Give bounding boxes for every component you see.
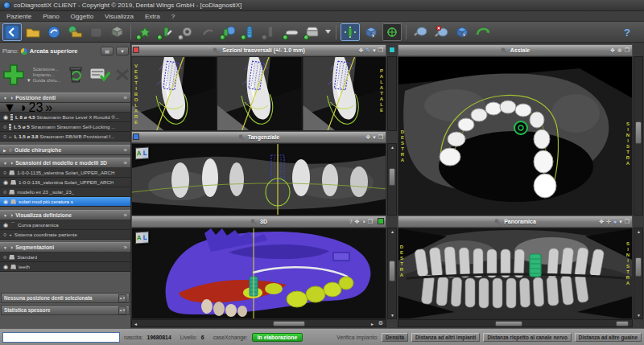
- help-icon[interactable]: ?: [617, 23, 637, 41]
- zoom-icon[interactable]: [411, 23, 430, 41]
- expand-all-icon[interactable]: »: [45, 101, 52, 115]
- scroll-up-arrow[interactable]: ▲: [637, 229, 641, 234]
- plan-implant-edit-icon[interactable]: [156, 23, 175, 41]
- blue-marker-square[interactable]: [133, 133, 139, 140]
- visibility-icon[interactable]: ◑: [10, 160, 13, 166]
- radio-unselected[interactable]: ○: [3, 254, 6, 260]
- scan-row-selected[interactable]: ◉ solari mod più ceratura s: [0, 197, 130, 207]
- radio-unselected[interactable]: ○: [3, 124, 6, 129]
- plan-print-icon[interactable]: [303, 23, 322, 41]
- orientation-cube[interactable]: A L: [135, 146, 149, 159]
- threed-header[interactable]: 3D ? ✥ ◑ ❐: [131, 216, 386, 228]
- cross-slice-1[interactable]: [132, 57, 216, 131]
- scroll-thumb[interactable]: [273, 321, 305, 327]
- maximize-icon[interactable]: ❐: [368, 219, 373, 224]
- cyan-marker-square[interactable]: [389, 47, 395, 53]
- bar-statistica-spessore[interactable]: Statistica spessore ▲▼: [1, 305, 130, 315]
- plan-dropdown-button[interactable]: ▼: [116, 47, 129, 55]
- scroll-down-arrow[interactable]: ▼: [637, 313, 641, 318]
- plan-implant-icon[interactable]: [240, 23, 259, 41]
- scroll-up-arrow[interactable]: ▲: [390, 229, 394, 234]
- scroll-thumb[interactable]: [495, 321, 522, 327]
- radio-unselected[interactable]: ○: [3, 189, 6, 195]
- move-icon[interactable]: ✥: [610, 47, 615, 53]
- model-cube-icon[interactable]: [107, 23, 126, 41]
- radio-selected[interactable]: ◉: [3, 114, 8, 120]
- maximize-icon[interactable]: ❐: [378, 47, 383, 53]
- radio-selected[interactable]: ◉: [3, 179, 8, 185]
- plan-scan-icon[interactable]: [135, 23, 155, 41]
- axial-vscrollbar[interactable]: [634, 56, 643, 216]
- visibility-icon[interactable]: ◑: [361, 219, 365, 224]
- cross-slice-2[interactable]: [217, 57, 301, 131]
- menu-help[interactable]: ?: [171, 13, 175, 20]
- dropdown-icon[interactable]: ▾: [373, 47, 376, 53]
- plan-wrench-icon[interactable]: [282, 23, 301, 41]
- patient-search-input[interactable]: [2, 332, 120, 343]
- visibility-icon[interactable]: ○: [9, 147, 12, 153]
- scroll-down-arrow[interactable]: ▼: [390, 313, 394, 318]
- collapse-icon[interactable]: ▼: [3, 161, 7, 166]
- scan-row[interactable]: ◉ 1-0-0-136_valentina Solari_UPPER_ARCH: [0, 178, 130, 187]
- expand-all-icon[interactable]: »: [124, 244, 127, 251]
- point-icon[interactable]: ●: [613, 219, 617, 224]
- tangential-view[interactable]: A L: [131, 143, 386, 216]
- radio-selected[interactable]: ◉: [3, 222, 8, 228]
- menu-paziente[interactable]: Paziente: [6, 13, 31, 20]
- cross-vscrollbar[interactable]: [387, 56, 397, 131]
- delete-restore-icon[interactable]: [67, 65, 85, 84]
- scroll-thumb[interactable]: [389, 261, 395, 281]
- distance-nerve-button[interactable]: Distanza rispetto al canale nervo: [483, 333, 571, 342]
- scroll-left-arrow[interactable]: ◄: [134, 322, 138, 327]
- scroll-thumb[interactable]: [635, 257, 642, 277]
- panel-guide-header[interactable]: ▶ ○ Guide chirurgiche »: [0, 145, 130, 155]
- tangential-vscrollbar[interactable]: ▲: [387, 143, 397, 216]
- collapse-icon[interactable]: ▼: [3, 245, 7, 250]
- plan-sleeve-icon[interactable]: [177, 23, 196, 41]
- panoramic-hscrollbar[interactable]: [398, 319, 633, 327]
- dropdown-icon[interactable]: ▾: [373, 134, 376, 140]
- add-menu-guide[interactable]: Guida chiru...: [33, 78, 60, 83]
- toolbar-more-dropdown[interactable]: [324, 23, 332, 41]
- plan-abutment-sphere-icon[interactable]: [219, 23, 238, 41]
- crosshair-icon[interactable]: ⊕: [617, 47, 622, 53]
- maximize-icon[interactable]: ❐: [625, 219, 630, 224]
- bar-nessuna-posizione[interactable]: Nessuna posizione denti selezionata ▲▼: [1, 293, 130, 303]
- tooth-group-header[interactable]: ▼ ◑ 23 »: [0, 103, 130, 113]
- scroll-thumb[interactable]: [616, 321, 629, 327]
- add-menu-implant[interactable]: Impianto...: [33, 72, 60, 77]
- implant-row[interactable]: ◉ L 8 ø 4.5 Straumann Bone Level X Roxol…: [0, 113, 130, 122]
- plan-list-button[interactable]: ▤: [101, 47, 114, 55]
- back-button[interactable]: [2, 23, 22, 41]
- scroll-thumb[interactable]: [635, 121, 642, 144]
- scroll-up-arrow[interactable]: ▲: [390, 145, 394, 150]
- menu-extra[interactable]: Extra: [145, 13, 160, 20]
- panel-visualizza-header[interactable]: ▼ ◑ Visualizza definizione »: [0, 210, 130, 220]
- threed-hscrollbar[interactable]: ◄ ► ⚙: [131, 319, 386, 327]
- move-icon[interactable]: ✥: [355, 219, 360, 224]
- expand-all-icon[interactable]: »: [124, 147, 127, 154]
- maximize-icon[interactable]: ❐: [378, 134, 383, 140]
- pan-icon[interactable]: ✛: [606, 219, 611, 224]
- spin-control[interactable]: ▲▼: [118, 306, 126, 314]
- scroll-right-arrow[interactable]: ►: [370, 322, 374, 327]
- segmentation-row[interactable]: ◉ teeth: [0, 262, 130, 272]
- distance-implants-button[interactable]: Distanza ad altri impianti: [411, 333, 480, 342]
- add-menu-scan[interactable]: Scansione...: [33, 67, 60, 72]
- zoom-cancel-icon[interactable]: [431, 23, 451, 41]
- axial-view[interactable]: DESTRA SINISTRA: [398, 56, 633, 216]
- density-button[interactable]: Densità: [382, 333, 408, 342]
- spin-control[interactable]: ▲▼: [118, 294, 126, 302]
- cross-sections-header[interactable]: Sezioni trasversali (+/- 1.0 mm) ✥ ✎ ▾ ❐: [131, 44, 386, 56]
- panel-segmentazioni-header[interactable]: ▼ ◑ Segmentazioni »: [0, 242, 130, 253]
- tangential-header[interactable]: Tangenziale ✥ ▾ ❐: [131, 131, 386, 143]
- dropdown-icon[interactable]: ▾: [619, 219, 622, 224]
- radio-selected[interactable]: ◉: [3, 199, 8, 204]
- visibility-icon[interactable]: ◑: [10, 244, 13, 250]
- menu-oggetto[interactable]: Oggetto: [71, 13, 93, 20]
- expand-all-icon[interactable]: »: [124, 212, 127, 219]
- rotate-cube-icon[interactable]: [361, 23, 381, 41]
- cross-sections-view[interactable]: VESTIBOLARE PALATALE: [131, 56, 386, 131]
- threed-vscrollbar[interactable]: ▲ ▼: [387, 228, 397, 319]
- radio-unselected[interactable]: ○: [3, 170, 6, 175]
